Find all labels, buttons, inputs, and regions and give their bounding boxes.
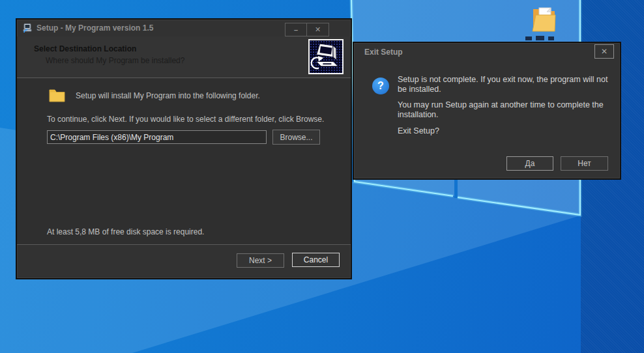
question-icon: ? (372, 78, 389, 94)
wizard-footer: Next > Cancel (17, 245, 351, 278)
yes-button[interactable]: Да (506, 156, 553, 171)
browse-button[interactable]: Browse... (272, 130, 320, 145)
setup-titlebar[interactable]: Setup - My Program version 1.5 – ✕ (17, 20, 351, 36)
setup-window-title: Setup - My Program version 1.5 (37, 23, 153, 33)
destination-path-input[interactable] (47, 130, 267, 144)
continue-instruction-text: To continue, click Next. If you would li… (47, 115, 324, 124)
caption-buttons: – ✕ (285, 23, 329, 36)
cancel-button[interactable]: Cancel (292, 253, 340, 267)
exit-dialog-close-button[interactable]: ✕ (594, 44, 614, 59)
exit-setup-dialog: Exit Setup ✕ ? Setup is not complete. If… (353, 42, 621, 180)
exit-message-1: Setup is not complete. If you exit now, … (398, 75, 618, 94)
exit-question: Exit Setup? (398, 126, 618, 136)
disk-space-note: At least 5,8 MB of free disk space is re… (47, 227, 204, 236)
wizard-content: Setup will install My Program into the f… (17, 78, 351, 244)
page-title: Select Destination Location (34, 44, 136, 53)
exit-message-2: You may run Setup again at another time … (398, 100, 618, 120)
close-button[interactable]: ✕ (307, 23, 329, 36)
next-button[interactable]: Next > (237, 253, 284, 268)
wizard-header: Select Destination Location Where should… (17, 36, 351, 78)
folder-icon (48, 86, 66, 104)
desktop-folder-label-clipped (521, 36, 568, 41)
page-subtitle: Where should My Program be installed? (46, 56, 184, 65)
install-intro-text: Setup will install My Program into the f… (76, 91, 260, 100)
exit-dialog-title: Exit Setup (364, 48, 403, 57)
no-button[interactable]: Нет (561, 156, 608, 171)
minimize-button[interactable]: – (285, 23, 307, 36)
desktop-folder-icon[interactable] (530, 4, 559, 34)
setup-window: Setup - My Program version 1.5 – ✕ Selec… (16, 18, 352, 279)
installer-icon (22, 23, 33, 33)
setup-header-icon (308, 39, 344, 74)
